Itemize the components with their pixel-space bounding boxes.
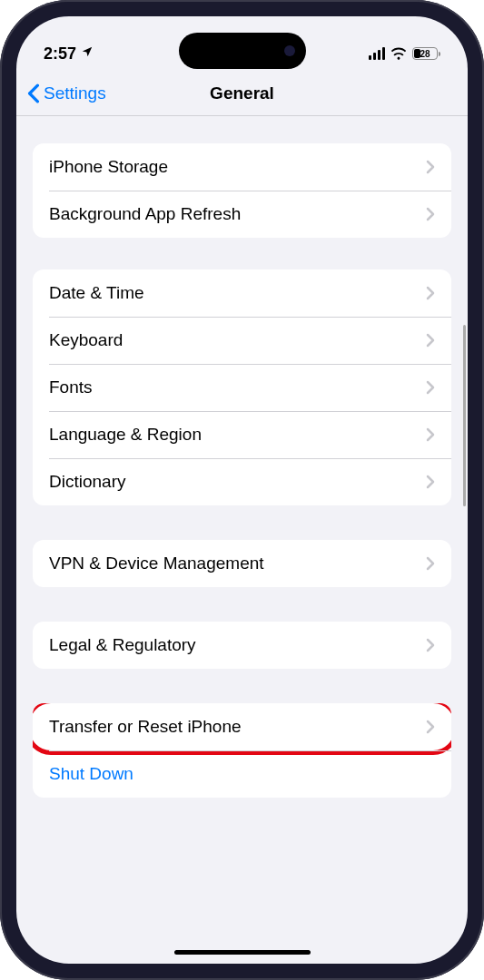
row-label: Language & Region [49, 425, 202, 445]
row-label: Date & Time [49, 283, 144, 303]
chevron-right-icon [426, 556, 435, 571]
settings-group-vpn: VPN & Device Management [33, 540, 451, 587]
status-right: 28 [369, 47, 440, 60]
back-label: Settings [44, 83, 106, 103]
status-left: 2:57 [44, 44, 94, 64]
row-fonts[interactable]: Fonts [33, 364, 451, 411]
nav-header: Settings General [16, 71, 468, 116]
settings-group-reset: Transfer or Reset iPhone Shut Down [33, 703, 451, 798]
screen: 2:57 28 [16, 16, 468, 964]
battery-icon: 28 [412, 47, 440, 60]
chevron-right-icon [426, 475, 435, 489]
chevron-right-icon [426, 333, 435, 348]
row-iphone-storage[interactable]: iPhone Storage [33, 143, 451, 191]
back-button[interactable]: Settings [27, 83, 106, 103]
row-dictionary[interactable]: Dictionary [33, 458, 451, 505]
row-label: Legal & Regulatory [49, 635, 196, 655]
dynamic-island [179, 33, 306, 69]
row-background-app-refresh[interactable]: Background App Refresh [33, 191, 451, 238]
row-label: Fonts [49, 377, 93, 397]
phone-frame: 2:57 28 [0, 0, 484, 980]
row-label: Transfer or Reset iPhone [49, 717, 242, 737]
status-time: 2:57 [44, 44, 76, 64]
chevron-right-icon [426, 207, 435, 221]
row-date-time[interactable]: Date & Time [33, 270, 451, 317]
row-label: VPN & Device Management [49, 554, 264, 573]
row-label: Dictionary [49, 472, 125, 492]
chevron-left-icon [27, 83, 40, 103]
chevron-right-icon [426, 427, 435, 442]
battery-percent: 28 [420, 49, 430, 59]
row-label: iPhone Storage [49, 157, 168, 177]
scrollbar-indicator[interactable] [463, 325, 466, 506]
settings-group-legal: Legal & Regulatory [33, 622, 451, 669]
location-icon [81, 45, 94, 62]
chevron-right-icon [426, 638, 435, 652]
row-keyboard[interactable]: Keyboard [33, 317, 451, 364]
settings-group-storage: iPhone Storage Background App Refresh [33, 143, 451, 238]
chevron-right-icon [426, 720, 435, 734]
cellular-icon [369, 47, 385, 60]
chevron-right-icon [426, 286, 435, 300]
row-legal-regulatory[interactable]: Legal & Regulatory [33, 622, 451, 669]
home-indicator[interactable] [174, 950, 311, 955]
wifi-icon [390, 47, 407, 60]
page-title: General [210, 83, 274, 103]
row-label: Keyboard [49, 330, 123, 350]
chevron-right-icon [426, 160, 435, 174]
row-vpn-device-management[interactable]: VPN & Device Management [33, 540, 451, 587]
content: iPhone Storage Background App Refresh Da… [16, 116, 468, 964]
row-language-region[interactable]: Language & Region [33, 411, 451, 458]
chevron-right-icon [426, 380, 435, 395]
row-shut-down[interactable]: Shut Down [33, 750, 451, 798]
row-label: Background App Refresh [49, 204, 241, 224]
row-transfer-reset[interactable]: Transfer or Reset iPhone [33, 703, 451, 750]
row-label: Shut Down [49, 764, 133, 784]
settings-group-localization: Date & Time Keyboard Fonts Language & Re… [33, 270, 451, 505]
